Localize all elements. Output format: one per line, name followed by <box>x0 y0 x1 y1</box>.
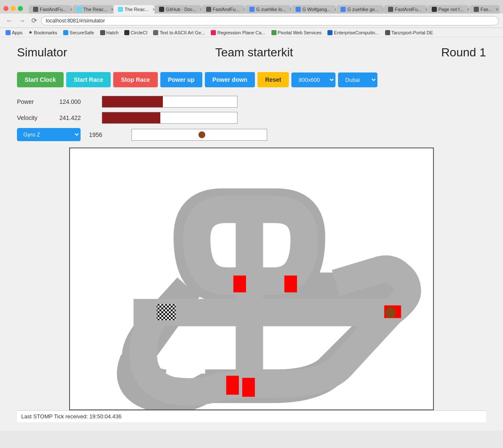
tab-close-btn[interactable]: ✕ <box>200 7 201 12</box>
reset-button[interactable]: Reset <box>257 72 289 87</box>
track-select[interactable]: Dubai Monaco Monza <box>338 72 377 87</box>
gyro-select[interactable]: Gyro Z Gyro X Gyro Y <box>17 128 81 141</box>
tab-favicon <box>474 7 479 12</box>
bookmark-hatch[interactable]: Hatch <box>99 30 120 36</box>
tab-favicon <box>296 7 301 12</box>
tab-label: FastAndFu... <box>395 7 422 12</box>
bookmark-tanzsport[interactable]: Tanzsport-Portal DE <box>384 30 434 36</box>
stomp-status: Last STOMP Tick received: 19:50:04.436 <box>21 413 122 420</box>
start-race-button[interactable]: Start Race <box>66 72 111 87</box>
tab-page-not-found[interactable]: Page not f... ✕ <box>428 5 469 14</box>
bookmark-label: Bookmarks <box>34 30 57 35</box>
tab-favicon <box>432 7 437 12</box>
browser-window: FastAndFu... ✕ The Reac... ✕ The Reac...… <box>0 0 503 431</box>
minimize-window-btn[interactable] <box>11 6 16 11</box>
page-header: Simulator Team starterkit Round 1 <box>17 46 486 59</box>
forward-button[interactable]: → <box>17 16 27 25</box>
enterprise-icon <box>327 30 333 35</box>
bookmark-enterprise[interactable]: EnterpriseComputin... <box>326 30 380 36</box>
chicane-bottom-mid <box>242 378 255 397</box>
tanzsport-icon <box>385 30 390 35</box>
tab-close-btn[interactable]: ✕ <box>425 7 427 12</box>
tab-fastandfu-3[interactable]: FastAndFu... ✕ <box>384 5 427 14</box>
tab-react-2[interactable]: The Reac... ✕ <box>114 5 154 14</box>
tab-favicon <box>77 7 82 12</box>
close-window-btn[interactable] <box>3 6 8 11</box>
bookmark-label: EnterpriseComputin... <box>334 30 379 35</box>
page-content: Simulator Team starterkit Round 1 Start … <box>0 37 503 431</box>
back-button[interactable]: ← <box>4 16 14 25</box>
tab-docs[interactable]: GitHub · Doc... ✕ <box>155 5 201 14</box>
tab-label: G Wolfgang... <box>302 7 331 12</box>
regression-icon <box>211 30 216 35</box>
tab-label: FastAndFu... <box>40 7 67 12</box>
tab-close-btn[interactable]: ✕ <box>289 7 291 12</box>
tab-label: G zuehlke lo... <box>256 7 286 12</box>
bookmark-label: Text to ASCII Art Ge... <box>159 30 205 35</box>
start-clock-button[interactable]: Start Clock <box>17 72 64 87</box>
controls-bar: Start Clock Start Race Stop Race Power u… <box>17 72 486 87</box>
power-down-button[interactable]: Power down <box>205 72 255 87</box>
power-bar-fill <box>102 96 163 107</box>
tab-google-3[interactable]: G zuehlke ge... ✕ <box>336 5 383 14</box>
chicane-top-right <box>284 275 297 292</box>
resolution-select[interactable]: 800x600 1024x768 1280x720 <box>291 72 335 87</box>
power-row: Power 124.000 <box>17 96 486 108</box>
bookmark-label: Tanzsport-Portal DE <box>391 30 433 35</box>
gyro-indicator-dot <box>198 131 205 138</box>
tab-favicon <box>118 7 123 12</box>
tab-close-btn[interactable]: ✕ <box>243 7 245 12</box>
velocity-bar <box>102 112 238 124</box>
gyro-bar <box>131 129 267 141</box>
bookmark-apps[interactable]: Apps <box>4 30 24 36</box>
bookmark-circleci[interactable]: CircleCI <box>123 30 148 36</box>
tab-close-btn[interactable]: ✕ <box>495 7 499 12</box>
power-value: 124.000 <box>59 98 93 105</box>
velocity-bar-fill <box>102 112 160 123</box>
velocity-label: Velocity <box>17 114 51 121</box>
tab-google-1[interactable]: G zuehlke lo... ✕ <box>245 5 291 14</box>
bookmark-label: Regression Plane Ca... <box>217 30 265 35</box>
tab-close-btn[interactable]: ✕ <box>467 7 469 12</box>
hatch-icon <box>100 30 105 35</box>
tab-react-1[interactable]: The Reac... ✕ <box>73 5 113 14</box>
bookmark-label: Pivotal Web Services <box>278 30 322 35</box>
reload-button[interactable]: ⟳ <box>30 16 39 25</box>
power-label: Power <box>17 98 51 105</box>
ascii-icon <box>153 30 158 35</box>
circleci-icon <box>124 30 129 35</box>
tab-close-btn[interactable]: ✕ <box>334 7 336 12</box>
tab-close-btn[interactable]: ✕ <box>382 7 383 12</box>
bookmark-pivotal[interactable]: Pivotal Web Services <box>270 30 323 36</box>
tab-fastandfu-1[interactable]: FastAndFu... ✕ <box>29 5 72 14</box>
velocity-row: Velocity 241.422 <box>17 112 486 124</box>
bookmark-regression[interactable]: Regression Plane Ca... <box>210 30 266 36</box>
tab-fas[interactable]: Fas... ✕ <box>469 5 500 14</box>
address-bar[interactable] <box>41 16 499 25</box>
gyro-row: Gyro Z Gyro X Gyro Y 1956 <box>17 128 486 141</box>
bookmark-securesafe[interactable]: SecureSafe <box>62 30 95 36</box>
bookmark-bookmarks[interactable]: ★ Bookmarks <box>27 29 59 36</box>
tab-label: The Reac... <box>84 7 108 12</box>
bookmark-ascii[interactable]: Text to ASCII Art Ge... <box>152 30 206 36</box>
tab-close-btn[interactable]: ✕ <box>152 7 154 12</box>
round-title: Round 1 <box>441 46 486 59</box>
car-dot <box>385 307 396 318</box>
tab-favicon <box>388 7 393 12</box>
tab-close-btn[interactable]: ✕ <box>111 7 113 12</box>
browser-tabs: FastAndFu... ✕ The Reac... ✕ The Reac...… <box>29 5 500 14</box>
tab-fastandfu-2[interactable]: FastAndFu... ✕ <box>202 5 245 14</box>
tab-favicon <box>249 7 254 12</box>
tab-google-2[interactable]: G Wolfgang... ✕ <box>291 5 336 14</box>
bookmark-label: Apps <box>12 30 22 35</box>
power-up-button[interactable]: Power up <box>160 72 202 87</box>
velocity-value: 241.422 <box>59 114 93 121</box>
tab-favicon <box>159 7 164 12</box>
tab-close-btn[interactable]: ✕ <box>70 7 72 12</box>
window-controls <box>3 6 23 11</box>
start-finish-line <box>156 304 176 320</box>
browser-toolbar: ← → ⟳ <box>0 14 503 28</box>
bookmark-label: CircleCI <box>131 30 147 35</box>
maximize-window-btn[interactable] <box>18 6 23 11</box>
stop-race-button[interactable]: Stop Race <box>113 72 157 87</box>
